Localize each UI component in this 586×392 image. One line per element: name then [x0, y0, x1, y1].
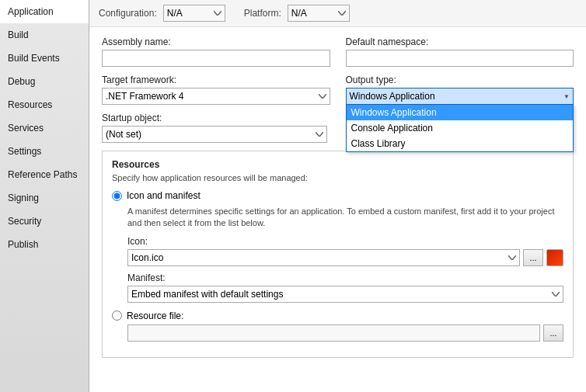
output-type-container: Windows Application ▼ Windows Applicatio… — [346, 88, 574, 105]
output-type-option-windows[interactable]: Windows Application — [347, 105, 574, 120]
sidebar-item-build[interactable]: Build — [0, 23, 89, 47]
sidebar-item-publish[interactable]: Publish — [0, 233, 89, 256]
output-type-select-box[interactable]: Windows Application ▼ — [346, 88, 574, 105]
target-framework-label: Target framework: — [102, 75, 330, 85]
output-type-option-library[interactable]: Class Library — [347, 136, 574, 151]
startup-object-group: Startup object: (Not set) — [102, 113, 327, 143]
configuration-label: Configuration: — [99, 8, 157, 19]
assembly-name-label: Assembly name: — [102, 36, 330, 47]
sidebar-item-security[interactable]: Security — [0, 210, 89, 233]
radio-icon-manifest-group: Icon and manifest A manifest determines … — [112, 190, 563, 303]
sidebar-item-debug[interactable]: Debug — [0, 70, 89, 93]
resources-title: Resources — [112, 159, 563, 170]
manifest-select-row: Embed manifest with default settings — [127, 286, 563, 303]
main-content: Configuration: N/A Platform: N/A Assembl… — [89, 0, 586, 392]
platform-label: Platform: — [244, 8, 281, 19]
sidebar: Application Build Build Events Debug Res… — [0, 0, 89, 392]
output-type-value: Windows Application — [350, 91, 435, 102]
config-bar: Configuration: N/A Platform: N/A — [89, 0, 586, 27]
resource-file-input[interactable] — [127, 324, 540, 342]
icon-browse-button[interactable]: ... — [523, 249, 543, 266]
resources-desc: Specify how application resources will b… — [112, 173, 563, 182]
sidebar-item-build-events[interactable]: Build Events — [0, 47, 89, 70]
target-framework-group: Target framework: .NET Framework 4 — [102, 75, 330, 105]
assembly-name-group: Assembly name: — [102, 36, 330, 67]
startup-object-select[interactable]: (Not set) — [102, 126, 327, 143]
icon-select[interactable]: Icon.ico — [127, 249, 520, 266]
default-namespace-input[interactable] — [346, 50, 574, 67]
platform-select[interactable]: N/A — [288, 5, 350, 22]
startup-object-label: Startup object: — [102, 113, 327, 123]
sidebar-item-application[interactable]: Application — [0, 0, 89, 23]
icon-field-label: Icon: — [127, 236, 563, 247]
form-area: Assembly name: Default namespace: Target… — [89, 27, 586, 392]
radio-resource-file-group: Resource file: ... — [112, 310, 563, 342]
radio-icon-manifest-input[interactable] — [112, 191, 122, 201]
output-type-option-console[interactable]: Console Application — [347, 120, 574, 136]
manifest-select[interactable]: Embed manifest with default settings — [127, 286, 563, 303]
sidebar-item-signing[interactable]: Signing — [0, 186, 89, 210]
assembly-namespace-row: Assembly name: Default namespace: — [102, 36, 574, 67]
default-namespace-label: Default namespace: — [346, 36, 574, 47]
target-framework-select[interactable]: .NET Framework 4 — [102, 88, 330, 105]
manifest-field-label: Manifest: — [127, 272, 563, 283]
icon-select-row: Icon.ico ... — [127, 249, 563, 266]
sidebar-item-reference-paths[interactable]: Reference Paths — [0, 163, 89, 186]
icon-preview — [546, 249, 563, 266]
resource-file-browse-button[interactable]: ... — [543, 324, 563, 342]
radio-resource-file-input[interactable] — [112, 310, 122, 321]
framework-output-row: Target framework: .NET Framework 4 Outpu… — [102, 75, 574, 105]
configuration-select[interactable]: N/A — [163, 5, 225, 22]
radio-resource-file-label[interactable]: Resource file: — [112, 310, 183, 321]
radio-icon-manifest-label[interactable]: Icon and manifest — [112, 190, 563, 201]
resources-section: Resources Specify how application resour… — [102, 151, 574, 358]
sidebar-item-resources[interactable]: Resources — [0, 93, 89, 116]
output-type-label: Output type: — [346, 75, 574, 85]
radio-icon-manifest-desc: A manifest determines specific settings … — [127, 206, 563, 230]
output-type-dropdown: Windows Application Console Application … — [346, 105, 574, 152]
output-type-arrow-icon: ▼ — [563, 93, 570, 100]
default-namespace-group: Default namespace: — [346, 36, 574, 67]
sidebar-item-services[interactable]: Services — [0, 116, 89, 140]
assembly-name-input[interactable] — [102, 50, 330, 67]
resource-file-row: Resource file: — [112, 310, 563, 321]
output-type-group: Output type: Windows Application ▼ Windo… — [346, 75, 574, 105]
sidebar-item-settings[interactable]: Settings — [0, 140, 89, 163]
